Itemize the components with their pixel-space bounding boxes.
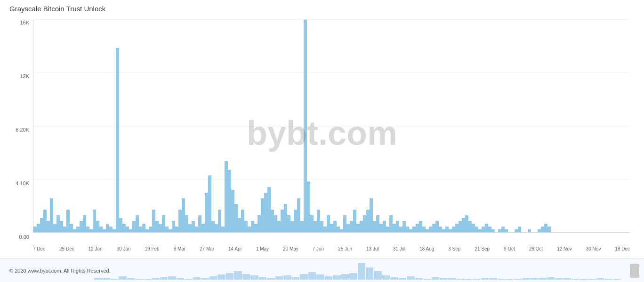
mini-bar <box>415 278 423 280</box>
bar <box>462 218 465 232</box>
x-label-1: 25 Dec <box>59 246 74 251</box>
mini-bar <box>448 278 456 280</box>
mini-bar <box>217 274 225 280</box>
mini-bar <box>547 277 555 280</box>
bar <box>442 229 445 232</box>
mini-bar <box>275 276 283 280</box>
bar <box>119 218 122 232</box>
mini-bar <box>596 278 604 280</box>
mini-bars <box>94 261 620 280</box>
bar <box>264 193 267 232</box>
mini-bar <box>94 278 102 280</box>
bar <box>182 198 185 232</box>
bar <box>426 229 429 232</box>
bar <box>386 227 389 232</box>
bar <box>333 221 337 232</box>
bar <box>538 229 541 232</box>
bar <box>455 224 459 232</box>
bar <box>491 229 495 232</box>
bar <box>307 181 310 232</box>
scroll-handle[interactable] <box>630 264 639 278</box>
bar <box>281 210 284 232</box>
bar <box>103 229 106 232</box>
mini-bar <box>374 271 381 280</box>
x-label-21: 18 Dec <box>615 246 630 251</box>
bar <box>346 224 350 232</box>
bar <box>304 20 307 232</box>
mini-chart[interactable] <box>94 261 620 280</box>
y-label-0: 0.00 <box>5 234 33 240</box>
bar <box>360 221 363 232</box>
bar <box>205 193 208 232</box>
mini-bar <box>588 279 596 280</box>
mini-bar <box>514 279 522 280</box>
bar <box>482 227 485 232</box>
bar <box>409 229 412 232</box>
bar <box>343 215 346 232</box>
y-label-4: 16K <box>5 20 33 25</box>
bar <box>287 215 290 232</box>
bar <box>544 224 547 232</box>
mini-bar <box>226 273 233 280</box>
bar <box>297 198 300 232</box>
mini-bar <box>168 276 176 280</box>
bar <box>215 224 218 232</box>
mini-bar <box>283 275 291 280</box>
mini-bar <box>119 276 126 280</box>
bar <box>70 224 73 232</box>
x-label-3: 30 Jan <box>117 246 131 251</box>
bar <box>40 218 43 232</box>
bar <box>86 227 89 232</box>
mini-bar <box>456 279 464 280</box>
mini-bar <box>580 279 588 280</box>
mini-bar <box>201 278 209 280</box>
bar <box>169 229 172 232</box>
mini-bar <box>102 278 110 280</box>
bar <box>422 227 426 232</box>
y-label-3: 12K <box>5 73 33 79</box>
bar <box>238 218 241 232</box>
bar <box>419 221 422 232</box>
bar <box>515 229 518 232</box>
bar <box>478 229 482 232</box>
x-label-20: 30 Nov <box>586 246 601 251</box>
bar <box>106 224 109 232</box>
bar <box>393 224 396 232</box>
mini-bar <box>555 278 563 280</box>
bar <box>43 210 47 232</box>
bar <box>445 227 449 232</box>
bar <box>66 210 70 232</box>
bar <box>396 221 399 232</box>
bar <box>155 221 159 232</box>
mini-bar <box>185 279 192 280</box>
bar <box>547 227 551 232</box>
bar <box>225 161 228 232</box>
bar <box>136 215 139 232</box>
mini-bar <box>209 276 217 280</box>
mini-bar <box>242 274 250 280</box>
bar <box>373 221 376 232</box>
mini-bar <box>531 278 538 280</box>
chart-title: Grayscale Bitcoin Trust Unlock <box>0 0 644 15</box>
bar <box>389 215 393 232</box>
bar <box>475 227 478 232</box>
bar <box>234 204 238 232</box>
bar <box>63 227 66 232</box>
x-label-19: 12 Nov <box>557 246 572 251</box>
mini-bar <box>522 278 530 280</box>
bar <box>310 215 314 232</box>
mini-bar <box>333 275 340 280</box>
bar <box>178 210 182 232</box>
bar <box>198 215 201 232</box>
bar <box>145 229 149 232</box>
y-axis: 0.00 4.10K 8.20K 12K 16K <box>5 20 33 240</box>
mini-bar <box>234 271 242 280</box>
bar <box>314 221 317 232</box>
bar <box>33 227 37 232</box>
bar <box>416 224 419 232</box>
mini-bar <box>358 263 365 280</box>
bar <box>188 224 192 232</box>
bar <box>109 227 113 232</box>
bar <box>56 215 60 232</box>
bar <box>96 221 99 232</box>
